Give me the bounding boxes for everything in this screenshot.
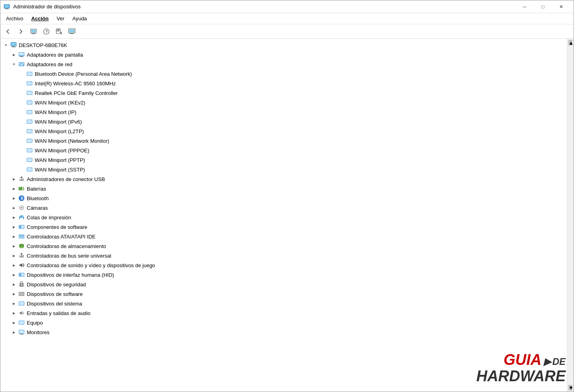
tree-item-equipo[interactable]: Equipo [0, 318, 574, 327]
svg-rect-16 [69, 29, 75, 32]
baterias-expander[interactable] [10, 184, 18, 193]
intel-wireless-icon [26, 80, 33, 87]
svg-rect-44 [27, 110, 32, 114]
svg-point-82 [20, 256, 20, 256]
maximize-button[interactable]: □ [534, 0, 552, 13]
tree-item-disp-software[interactable]: Dispositivos de software [0, 289, 574, 299]
camaras-expander[interactable] [10, 203, 18, 213]
colas-expander[interactable] [10, 213, 18, 222]
scrollbar[interactable]: ▲ ▼ [567, 39, 574, 392]
system-device-icon [18, 300, 25, 307]
tree-item-bluetooth[interactable]: B Bluetooth [0, 193, 574, 203]
tree-item-colas-impresion[interactable]: Colas de impresión [0, 213, 574, 222]
software-device-icon [18, 290, 25, 297]
tree-item-usb[interactable]: Administradores de conector USB [0, 174, 574, 184]
svg-rect-52 [27, 149, 32, 152]
menu-bar: Archivo Acción Ver Ayuda [0, 13, 574, 24]
tree-view[interactable]: DESKTOP-6B0E76K Adaptadores de pantalla [0, 39, 574, 392]
svg-rect-17 [71, 33, 73, 33]
scroll-up-arrow[interactable]: ▲ [567, 39, 574, 47]
bluetooth-icon: B [18, 195, 25, 202]
bluetooth-expander[interactable] [10, 193, 18, 203]
tree-root[interactable]: DESKTOP-6B0E76K [0, 40, 574, 50]
audio-expander[interactable] [10, 308, 18, 318]
tree-item-bluetooth-device[interactable]: Bluetooth Device (Personal Area Network) [0, 69, 574, 79]
tree-item-realtek[interactable]: Realtek PCIe GbE Family Controller [0, 88, 574, 98]
tree-item-disp-sistema[interactable]: Dispositivos del sistema [0, 299, 574, 308]
tree-item-wan-sstp[interactable]: WAN Miniport (SSTP) [0, 165, 574, 174]
svg-point-66 [22, 206, 23, 207]
seguridad-label: Dispositivos de seguridad [27, 282, 86, 288]
monitores-expander[interactable] [10, 327, 18, 337]
tree-item-ata[interactable]: Controladoras ATA/ATAPI IDE [0, 232, 574, 241]
seguridad-expander[interactable] [10, 280, 18, 289]
svg-rect-12 [57, 30, 60, 30]
tree-item-intel-wireless[interactable]: Intel(R) Wireless-AC 9560 160MHz [0, 79, 574, 88]
ata-icon [18, 233, 25, 240]
tree-item-monitores[interactable]: Monitores [0, 327, 574, 337]
disp-software-expander[interactable] [10, 289, 18, 299]
tree-item-componentes-software[interactable]: Componentes de software [0, 222, 574, 232]
sonido-expander[interactable] [10, 260, 18, 270]
adaptadores-pantalla-expander[interactable] [10, 50, 18, 59]
tree-item-wan-l2tp[interactable]: WAN Miniport (L2TP) [0, 126, 574, 136]
root-expander[interactable] [2, 40, 10, 50]
wan-pppoe-expander [18, 146, 26, 155]
help-button[interactable]: ? [40, 26, 52, 37]
tree-item-wan-ip[interactable]: WAN Miniport (IP) [0, 107, 574, 117]
componentes-software-expander[interactable] [10, 222, 18, 232]
ata-expander[interactable] [10, 232, 18, 241]
usb-expander[interactable] [10, 174, 18, 184]
bluetooth-device-expander [18, 69, 26, 79]
svg-point-57 [20, 179, 20, 180]
forward-button[interactable] [15, 26, 27, 37]
disp-sistema-label: Dispositivos del sistema [27, 301, 82, 307]
tree-item-sonido[interactable]: Controladoras de sonido y vídeo y dispos… [0, 260, 574, 270]
menu-archivo[interactable]: Archivo [2, 14, 27, 23]
tree-item-wan-netmon[interactable]: WAN Miniport (Network Monitor) [0, 136, 574, 146]
monitor-button[interactable] [66, 26, 78, 37]
svg-rect-91 [19, 292, 24, 295]
camera-icon [18, 204, 25, 211]
tree-item-wan-ikev2[interactable]: WAN Miniport (IKEv2) [0, 98, 574, 107]
tree-item-wan-ipv6[interactable]: WAN Miniport (IPv6) [0, 117, 574, 126]
update-button[interactable] [53, 26, 65, 37]
menu-ayuda[interactable]: Ayuda [68, 14, 91, 23]
show-hide-button[interactable] [28, 26, 40, 37]
computer-icon [10, 41, 17, 49]
bus-serie-expander[interactable] [10, 251, 18, 260]
adaptadores-red-expander[interactable] [10, 59, 18, 69]
scroll-down-arrow[interactable]: ▼ [567, 384, 574, 392]
update-icon [55, 28, 63, 35]
tree-item-adaptadores-red[interactable]: Adaptadores de red [0, 59, 574, 69]
tree-item-baterias[interactable]: Baterías [0, 184, 574, 193]
tree-item-audio[interactable]: Entradas y salidas de audio [0, 308, 574, 318]
tree-item-wan-pppoe[interactable]: WAN Miniport (PPPOE) [0, 146, 574, 155]
menu-ver[interactable]: Ver [53, 14, 69, 23]
wan-ikev2-label: WAN Miniport (IKEv2) [35, 100, 85, 106]
tree-item-wan-pptp[interactable]: WAN Miniport (PPTP) [0, 155, 574, 165]
almacenamiento-expander[interactable] [10, 241, 18, 251]
tree-item-adaptadores-pantalla[interactable]: Adaptadores de pantalla [0, 50, 574, 59]
equipo-label: Equipo [27, 320, 43, 326]
monitor-tree-icon [18, 329, 25, 336]
hid-expander[interactable] [10, 270, 18, 280]
minimize-button[interactable]: ─ [515, 0, 534, 13]
back-button[interactable] [2, 26, 14, 37]
tree-item-seguridad[interactable]: Dispositivos de seguridad [0, 280, 574, 289]
tree-item-hid[interactable]: Dispositivos de interfaz humana (HID) [0, 270, 574, 280]
software-component-icon [18, 223, 25, 230]
svg-rect-48 [27, 130, 32, 133]
tree-item-camaras[interactable]: Cámaras [0, 203, 574, 213]
close-button[interactable]: ✕ [552, 0, 570, 13]
monitores-label: Monitores [27, 329, 49, 335]
disp-sistema-expander[interactable] [10, 299, 18, 308]
equipo-expander[interactable] [10, 318, 18, 327]
title-bar: Administrador de dispositivos ─ □ ✕ [0, 0, 574, 13]
svg-text:B: B [21, 196, 24, 201]
svg-rect-29 [20, 65, 21, 65]
svg-rect-46 [27, 120, 32, 123]
tree-item-bus-serie[interactable]: Controladoras de bus serie universal [0, 251, 574, 260]
tree-item-almacenamiento[interactable]: Controladoras de almacenamiento [0, 241, 574, 251]
menu-accion[interactable]: Acción [27, 14, 52, 23]
